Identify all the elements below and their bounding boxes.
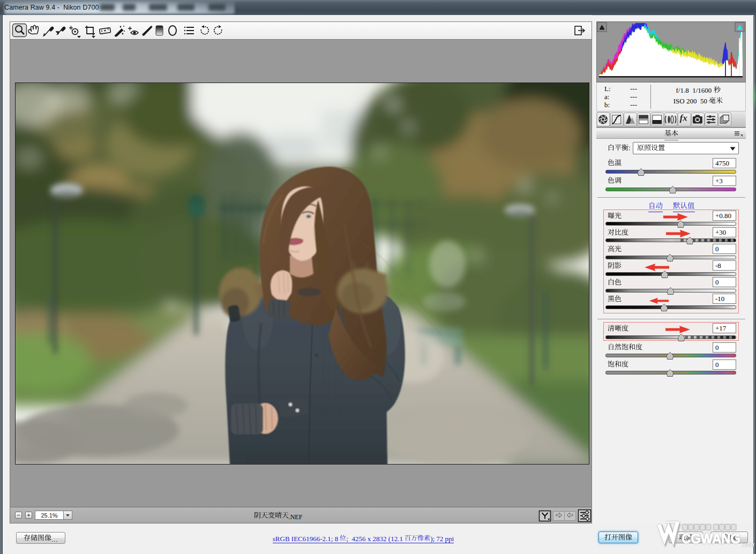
svg-text:CGWANG: CGWANG bbox=[682, 530, 740, 546]
svg-text:.com: .com bbox=[742, 541, 754, 548]
